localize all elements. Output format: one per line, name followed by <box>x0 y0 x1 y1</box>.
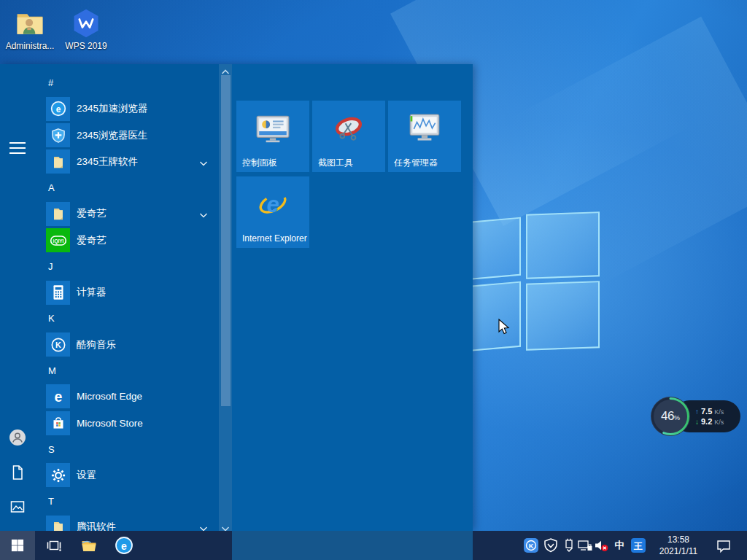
clock-time: 13:58 <box>651 534 705 545</box>
upload-speed-value: 7.5 <box>701 407 712 416</box>
ie-icon: e <box>255 190 290 219</box>
svg-text:e: e <box>266 192 279 217</box>
security-shield-tray-icon[interactable] <box>543 537 559 553</box>
upload-speed-unit: K/s <box>714 408 724 416</box>
desktop-icon-administrator[interactable]: Administra... <box>4 7 56 51</box>
windows-logo-pane <box>526 281 600 351</box>
app-list-scrollbar[interactable] <box>219 64 232 531</box>
chevron-down-icon[interactable] <box>199 158 208 166</box>
user-avatar-icon[interactable] <box>9 429 26 446</box>
chevron-down-icon[interactable] <box>199 209 208 218</box>
tile-label: Internet Explorer <box>242 233 307 244</box>
iqiyi-icon: iQIYI <box>46 228 70 252</box>
volume-muted-tray-icon[interactable] <box>593 537 609 553</box>
start-tile[interactable]: eInternet Explorer <box>236 176 309 248</box>
scrollbar-thumb[interactable] <box>221 75 231 406</box>
app-label: 2345加速浏览器 <box>77 102 148 115</box>
task-view-button[interactable] <box>38 531 70 560</box>
network-tray-icon[interactable] <box>577 537 593 553</box>
folder-icon <box>46 149 70 174</box>
app-list-item[interactable]: 2345浏览器医生 <box>35 122 219 148</box>
user-folder-icon <box>14 7 46 39</box>
start-button[interactable] <box>0 531 35 560</box>
chevron-down-icon[interactable] <box>199 523 208 531</box>
usage-percent-value: 46 <box>661 409 674 424</box>
control-panel-icon <box>255 114 290 143</box>
start-menu-rail <box>0 64 35 531</box>
start-tile[interactable]: 任务管理器 <box>388 101 461 172</box>
kugou-tray-icon[interactable]: K <box>523 537 539 553</box>
svg-text:iQIYI: iQIYI <box>53 238 63 244</box>
download-speed-unit: K/s <box>714 419 724 426</box>
documents-icon[interactable] <box>9 464 26 481</box>
start-tile[interactable]: 截图工具 <box>312 101 385 172</box>
download-speed-value: 9.2 <box>701 417 712 426</box>
snipping-tool-icon <box>331 114 366 143</box>
app-label: 设置 <box>77 469 96 482</box>
svg-text:K: K <box>55 341 61 349</box>
settings-icon <box>46 463 70 487</box>
start-tile[interactable]: 控制面板 <box>236 101 309 172</box>
shield-doctor-icon <box>46 123 70 147</box>
app-label: Microsoft Store <box>77 418 143 429</box>
svg-text:K: K <box>529 542 534 550</box>
app-list-item[interactable]: 2345王牌软件 <box>35 149 219 175</box>
svg-text:e: e <box>54 389 62 405</box>
desktop-icon-wps[interactable]: WPS 2019 <box>60 7 112 51</box>
app-section-header[interactable]: A <box>35 175 219 201</box>
app-label: 爱奇艺 <box>77 207 107 220</box>
wangpai-tray-icon[interactable]: 王 <box>630 537 646 553</box>
app-list-item[interactable]: e2345加速浏览器 <box>35 96 219 122</box>
scroll-up-icon[interactable] <box>221 66 230 73</box>
download-speed-row: ↓ 9.2 K/s <box>695 417 740 426</box>
tile-label: 截图工具 <box>318 158 353 168</box>
app-section-header[interactable]: S <box>35 437 219 462</box>
svg-text:e: e <box>121 540 127 552</box>
scroll-down-icon[interactable] <box>221 522 230 529</box>
hamburger-menu-icon[interactable] <box>9 142 26 154</box>
app-list-item[interactable]: K酷狗音乐 <box>35 331 219 357</box>
app-section-header[interactable]: # <box>35 70 219 96</box>
app-list-item[interactable]: 爱奇艺 <box>35 201 219 227</box>
svg-text:e: e <box>55 104 61 114</box>
app-section-header[interactable]: M <box>35 358 219 384</box>
ime-language-indicator[interactable]: 中 <box>611 537 627 553</box>
windows-logo-pane <box>465 217 521 281</box>
folder-icon <box>46 516 70 531</box>
desktop-icon-label: Administra... <box>6 41 55 51</box>
app-label: 酷狗音乐 <box>77 338 116 351</box>
tile-label: 控制面板 <box>242 158 277 168</box>
app-section-header[interactable]: T <box>35 489 219 514</box>
app-list-item[interactable]: 设置 <box>35 462 219 489</box>
app-list-item[interactable]: 计算器 <box>35 279 219 306</box>
folder-icon <box>46 202 70 226</box>
app-label: 2345浏览器医生 <box>77 129 148 142</box>
file-explorer-button[interactable] <box>73 531 105 560</box>
taskbar-translucent-segment <box>232 531 473 560</box>
app-list-item[interactable]: Microsoft Store <box>35 410 219 436</box>
app-section-header[interactable]: J <box>35 254 219 279</box>
edge-icon: e <box>46 384 70 408</box>
usage-percent-symbol: % <box>674 414 680 421</box>
kugou-icon: K <box>46 332 70 357</box>
app-label: 腾讯软件 <box>77 521 116 531</box>
app-list-item[interactable]: 腾讯软件 <box>35 514 219 531</box>
start-tiles-area: 控制面板截图工具任务管理器eInternet Explorer <box>232 64 473 531</box>
app-label: 爱奇艺 <box>77 234 107 247</box>
usage-percent: 46 % <box>649 394 692 438</box>
app-label: Microsoft Edge <box>77 391 142 402</box>
browser-2345-taskbar-button[interactable]: e <box>108 531 140 560</box>
app-section-header[interactable]: K <box>35 306 219 331</box>
upload-arrow-icon: ↑ <box>695 408 699 416</box>
taskbar: e K 中 王 13:58 2021/1/11 <box>0 531 747 560</box>
app-list-item[interactable]: eMicrosoft Edge <box>35 384 219 410</box>
calculator-icon <box>46 281 70 305</box>
pictures-icon[interactable] <box>9 498 26 516</box>
app-list-item[interactable]: iQIYI爱奇艺 <box>35 228 219 254</box>
usb-device-tray-icon[interactable] <box>561 537 577 553</box>
upload-speed-row: ↑ 7.5 K/s <box>695 407 740 416</box>
action-center-icon[interactable] <box>716 537 732 553</box>
taskbar-clock[interactable]: 13:58 2021/1/11 <box>651 534 705 557</box>
store-icon <box>46 411 70 435</box>
desktop-icon-label: WPS 2019 <box>65 41 107 51</box>
